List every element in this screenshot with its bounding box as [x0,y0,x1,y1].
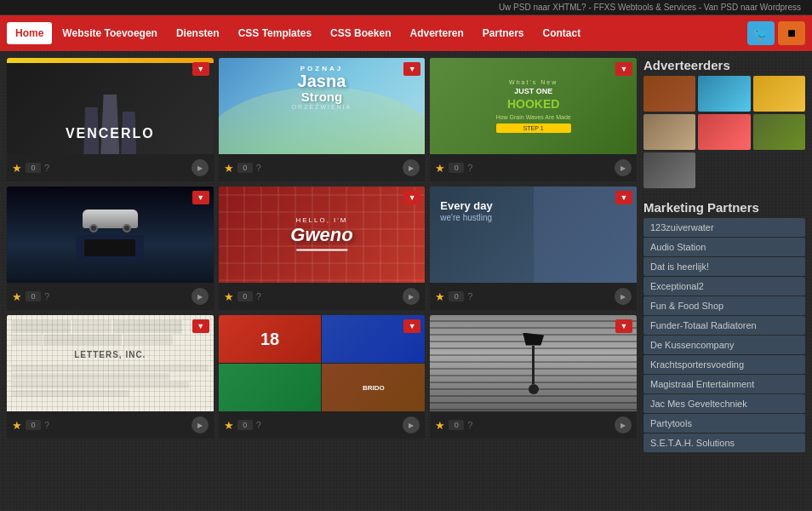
nav-item-adverteren[interactable]: Adverteren [401,22,472,44]
adverteerders-section: Adverteerders [643,58,805,193]
card-2[interactable]: POZNAJ Jasna Strong ORZEŹWIENIA ▼ ★ 0 ? … [219,58,426,181]
nav-item-contact[interactable]: Contact [535,22,590,44]
star-icon-7[interactable]: ★ [12,419,22,432]
ad-thumb-3[interactable] [753,76,805,112]
play-button-8[interactable]: ▶ [403,416,420,433]
card-2-dropdown[interactable]: ▼ [403,62,420,76]
info-icon-4[interactable]: ? [44,291,49,301]
partner-item-7[interactable]: Krachtsportersvoeding [643,355,805,374]
info-icon-2[interactable]: ? [256,163,261,173]
play-button-4[interactable]: ▶ [192,288,209,305]
star-icon-5[interactable]: ★ [224,290,234,303]
info-icon-7[interactable]: ? [44,420,49,430]
top-bar-text: Uw PSD naar XHTML? - FFXS Webtools & Ser… [499,3,801,12]
card-9-count1: 0 [449,420,464,430]
card-3-dropdown[interactable]: ▼ [615,62,632,76]
card-6-dropdown[interactable]: ▼ [615,191,632,204]
play-button-6[interactable]: ▶ [615,288,632,305]
partner-item-0[interactable]: 123zuiverwater [643,218,805,237]
partner-item-10[interactable]: Partytools [643,414,805,433]
card-8-footer: ★ 0 ? ▶ [219,411,426,439]
card-1[interactable]: VENCERLO ▼ ★ 0 ? ▶ [7,58,214,181]
card-grid: VENCERLO ▼ ★ 0 ? ▶ POZN [7,58,637,504]
rss-icon[interactable]: ■ [778,21,805,45]
card-1-title: VENCERLO [66,126,155,141]
partner-item-5[interactable]: Funder-Totaal Radiatoren [643,316,805,335]
ad-thumb-2[interactable] [698,76,750,112]
card-1-footer: ★ 0 ? ▶ [7,154,214,181]
card-3-image: What's New JUST ONE HOOKED How Grain Wav… [430,58,637,154]
partner-item-8[interactable]: Magistraal Entertainment [643,375,805,393]
top-bar: Uw PSD naar XHTML? - FFXS Webtools & Ser… [0,0,812,15]
nav-item-css-boeken[interactable]: CSS Boeken [322,22,399,44]
card-9-dropdown[interactable]: ▼ [615,319,632,333]
card-4[interactable]: ▼ ★ 0 ? ▶ [7,187,214,310]
info-icon[interactable]: ? [44,163,49,173]
star-icon-8[interactable]: ★ [224,419,234,432]
nav-item-partners[interactable]: Partners [474,22,533,44]
adverteerders-title: Adverteerders [643,58,805,72]
ad-thumb-1[interactable] [643,76,695,112]
play-button-2[interactable]: ▶ [403,159,420,176]
card-2-count1: 0 [237,163,253,173]
ad-thumbs [643,76,805,188]
partner-item-2[interactable]: Dat is heerlijk! [643,257,805,276]
partner-item-4[interactable]: Fun & Food Shop [643,296,805,315]
star-icon-4[interactable]: ★ [12,290,22,303]
ad-thumb-7[interactable] [643,152,695,188]
info-icon-9[interactable]: ? [467,420,472,430]
card-7[interactable]: LETTERS, INC. ▼ ★ 0 ? [7,315,214,439]
info-icon-5[interactable]: ? [256,291,261,301]
card-4-dropdown[interactable]: ▼ [192,191,209,204]
card-9-image: ▼ [430,315,637,411]
play-button-7[interactable]: ▶ [192,416,209,433]
card-1-dropdown[interactable]: ▼ [192,62,209,76]
info-icon-6[interactable]: ? [467,291,472,301]
nav-item-css-templates[interactable]: CSS Templates [230,22,320,44]
card-7-count1: 0 [26,420,41,430]
info-icon-8[interactable]: ? [256,420,261,430]
nav-item-website[interactable]: Website Toevoegen [54,22,166,44]
card-5-image: HELLO, I'M Gweno ▼ [219,187,426,283]
star-icon-6[interactable]: ★ [435,290,445,303]
partner-item-11[interactable]: S.E.T.A.H. Solutions [643,433,805,452]
card-2-footer: ★ 0 ? ▶ [219,154,426,181]
card-8[interactable]: 18 BRIDO ▼ ★ 0 ? ▶ [219,315,426,439]
play-button-9[interactable]: ▶ [615,416,632,433]
nav-item-diensten[interactable]: Diensten [168,22,228,44]
card-5-count1: 0 [237,291,253,301]
card-7-dropdown[interactable]: ▼ [192,319,209,333]
ad-thumb-5[interactable] [698,114,750,150]
card-5-dropdown[interactable]: ▼ [403,191,420,204]
sidebar: Adverteerders Marketing Partners 123zuiv… [643,58,805,504]
star-icon-9[interactable]: ★ [435,419,445,432]
main-nav: Home Website Toevoegen Diensten CSS Temp… [0,15,812,51]
ad-thumb-4[interactable] [643,114,695,150]
play-button-5[interactable]: ▶ [403,288,420,305]
play-button-3[interactable]: ▶ [615,159,632,176]
card-3[interactable]: What's New JUST ONE HOOKED How Grain Wav… [430,58,637,181]
card-8-dropdown[interactable]: ▼ [403,319,420,333]
partner-item-3[interactable]: Exceptional2 [643,277,805,296]
partner-item-1[interactable]: Audio Station [643,238,805,256]
card-7-image: LETTERS, INC. ▼ [7,315,214,411]
card-5[interactable]: HELLO, I'M Gweno ▼ ★ 0 ? ▶ [219,187,426,310]
card-6-image: Every day we're hustling ▼ [430,187,637,283]
card-8-count1: 0 [237,420,253,430]
nav-item-home[interactable]: Home [7,22,52,44]
partner-item-6[interactable]: De Kussencompany [643,336,805,354]
card-2-line2: Jasna [229,72,415,89]
marketing-section: Marketing Partners 123zuiverwater Audio … [643,200,805,452]
card-9-footer: ★ 0 ? ▶ [430,411,637,439]
play-button[interactable]: ▶ [192,159,209,176]
star-icon[interactable]: ★ [12,162,22,175]
ad-thumb-6[interactable] [753,114,805,150]
partner-item-9[interactable]: Jac Mes Geveltechniek [643,394,805,413]
card-6[interactable]: Every day we're hustling ▼ ★ 0 ? ▶ [430,187,637,310]
card-9[interactable]: ▼ ★ 0 ? ▶ [430,315,637,439]
star-icon-3[interactable]: ★ [435,162,445,175]
card-2-line4: ORZEŹWIENIA [229,104,415,110]
star-icon-2[interactable]: ★ [224,162,234,175]
info-icon-3[interactable]: ? [467,163,472,173]
twitter-icon[interactable]: 🐦 [747,21,775,45]
